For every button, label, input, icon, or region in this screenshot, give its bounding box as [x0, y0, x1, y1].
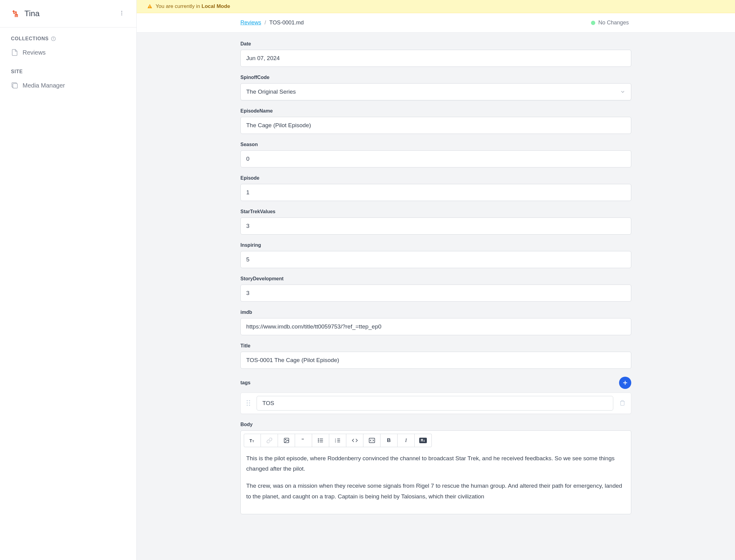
brand[interactable]: Tina [11, 9, 40, 18]
svg-point-15 [246, 404, 248, 406]
collections-section: COLLECTIONS [0, 27, 136, 45]
menu-button[interactable] [116, 8, 127, 20]
svg-rect-6 [13, 84, 17, 88]
field-startrekvalues: StarTrekValues [240, 209, 631, 235]
collections-title: COLLECTIONS [11, 36, 125, 41]
field-date: Date [240, 41, 631, 67]
editor-toolbar: TT " 123 [241, 431, 631, 450]
delete-tag-button[interactable] [618, 399, 627, 408]
svg-point-26 [318, 440, 318, 441]
rich-text-editor: TT " 123 [240, 430, 631, 514]
svg-text:T: T [249, 439, 252, 443]
field-spinoffcode: SpinoffCode The Original Series [240, 75, 631, 100]
svg-rect-7 [149, 5, 150, 7]
spinoffcode-select[interactable]: The Original Series [240, 83, 631, 100]
site-section: SITE [0, 60, 136, 77]
sidebar-item-media-manager[interactable]: Media Manager [0, 77, 136, 93]
storydevelopment-input[interactable] [240, 285, 631, 302]
topbar: Reviews / TOS-0001.md No Changes [137, 13, 735, 33]
link-button[interactable] [261, 434, 278, 447]
episodename-input[interactable] [240, 117, 631, 134]
svg-text:T: T [252, 440, 254, 443]
field-imdb: imdb [240, 310, 631, 335]
svg-point-14 [249, 402, 250, 404]
episode-input[interactable] [240, 184, 631, 201]
tag-input[interactable] [256, 396, 613, 411]
chevron-down-icon [620, 89, 626, 95]
field-inspiring: Inspiring [240, 242, 631, 268]
save-status: No Changes [591, 20, 629, 26]
form: Date SpinoffCode The Original Series Epi… [137, 33, 735, 534]
code-block-button[interactable] [363, 434, 381, 447]
field-storydevelopment: StoryDevelopment [240, 276, 631, 302]
svg-point-13 [246, 402, 248, 404]
svg-text:3: 3 [335, 441, 335, 443]
date-input[interactable] [240, 50, 631, 67]
image-button[interactable] [278, 434, 295, 447]
startrekvalues-input[interactable] [240, 217, 631, 235]
field-tags: tags [240, 377, 631, 414]
heading-button[interactable]: TT [244, 434, 261, 447]
field-episodename: EpisodeName [240, 108, 631, 134]
add-tag-button[interactable] [619, 377, 631, 389]
svg-text:": " [301, 437, 304, 443]
status-dot-icon [591, 21, 595, 25]
imdb-input[interactable] [240, 318, 631, 335]
breadcrumb-root[interactable]: Reviews [240, 20, 261, 26]
field-episode: Episode [240, 175, 631, 201]
svg-point-12 [249, 400, 250, 401]
llama-icon [11, 9, 20, 18]
season-input[interactable] [240, 150, 631, 167]
breadcrumb: Reviews / TOS-0001.md [240, 20, 303, 26]
field-season: Season [240, 142, 631, 167]
main: You are currently in Local Mode Reviews … [137, 0, 735, 560]
svg-point-16 [249, 404, 250, 406]
site-title: SITE [11, 69, 125, 74]
local-mode-notice: You are currently in Local Mode [137, 0, 735, 13]
warning-icon [147, 4, 152, 9]
sidebar-header: Tina [0, 0, 136, 27]
drag-handle-icon[interactable] [245, 399, 252, 408]
sidebar: Tina COLLECTIONS Reviews SITE Media Mana… [0, 0, 137, 560]
svg-point-1 [121, 13, 122, 13]
code-button[interactable] [346, 434, 363, 447]
title-input[interactable] [240, 352, 631, 369]
svg-rect-8 [149, 7, 150, 8]
bullet-list-button[interactable] [312, 434, 329, 447]
bold-button[interactable]: B [381, 434, 398, 447]
media-icon [11, 82, 18, 89]
svg-point-25 [318, 439, 318, 439]
field-body: Body TT " [240, 422, 631, 514]
svg-point-20 [285, 439, 286, 440]
svg-point-27 [318, 442, 318, 442]
markdown-button[interactable]: M↓ [415, 434, 432, 447]
svg-point-5 [53, 38, 54, 38]
svg-point-11 [246, 400, 248, 401]
editor-body[interactable]: This is the pilot episode, where Roddenb… [241, 450, 631, 514]
svg-point-0 [121, 11, 122, 12]
ordered-list-button[interactable]: 123 [329, 434, 346, 447]
document-icon [11, 49, 18, 56]
brand-name: Tina [24, 9, 40, 18]
quote-button[interactable]: " [295, 434, 312, 447]
tag-item [240, 393, 631, 414]
svg-point-2 [121, 14, 122, 15]
info-icon[interactable] [51, 36, 56, 41]
sidebar-item-reviews[interactable]: Reviews [0, 45, 136, 60]
italic-button[interactable]: I [398, 434, 415, 447]
breadcrumb-current: TOS-0001.md [269, 20, 304, 26]
inspiring-input[interactable] [240, 251, 631, 268]
field-title: Title [240, 343, 631, 369]
